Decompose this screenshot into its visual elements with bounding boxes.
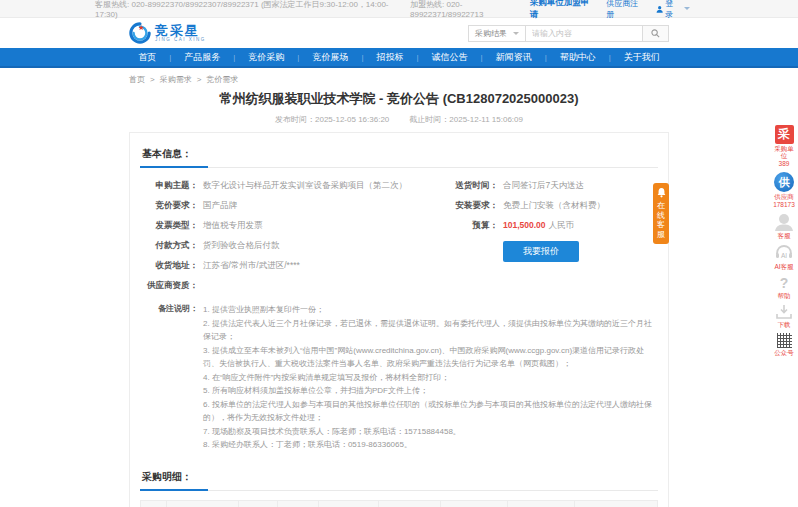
side-supplier-tile[interactable]: 供 供应商 178173: [772, 171, 796, 209]
remark-item: 8. 采购经办联系人：丁老师；联系电话：0519-86336065。: [203, 438, 658, 452]
detail-table: 序号 设备名称 数量/单位 预算单价 品牌 型号 规格参数 质保及售后服务 附件…: [140, 500, 658, 507]
basic-info-right-column: 送货时间： 合同签订后7天内送达 安装要求： 免费上门安装（含材料费） 预算： …: [440, 179, 658, 299]
search-category-select[interactable]: 采购结果: [468, 25, 525, 42]
quote-button[interactable]: 我要报价: [503, 241, 579, 262]
field-invoice-type: 发票类型： 增值税专用发票: [140, 219, 440, 231]
purchaser-label: 采购单位: [772, 145, 796, 159]
join-hotline: 加盟热线: 020-89922371/89922713: [410, 0, 530, 19]
deadline-time: 截止时间：2025-12-11 15:06:09: [409, 114, 523, 125]
logo-icon: [129, 22, 151, 44]
col-price: 预算单价: [277, 500, 318, 507]
notice-times: 发布时间：2025-12-05 16:36:20 截止时间：2025-12-11…: [129, 114, 669, 125]
field-value: 江苏省/常州市/武进区/****: [203, 259, 440, 271]
breadcrumb-home[interactable]: 首页: [129, 74, 145, 85]
breadcrumb-purchase-demand[interactable]: 采购需求: [160, 74, 192, 85]
field-label: 收货地址：: [140, 259, 198, 271]
col-spec: 规格参数: [440, 500, 507, 507]
question-icon: ?: [780, 275, 789, 291]
login-link[interactable]: 登录: [656, 0, 690, 20]
search-input[interactable]: [525, 25, 643, 42]
field-value: 国产品牌: [203, 199, 440, 211]
search-icon: [651, 29, 660, 38]
nav-news[interactable]: 新闻资讯: [483, 51, 545, 64]
field-value: [203, 279, 440, 291]
field-bid-requirement: 竞价要求： 国产品牌: [140, 199, 440, 211]
field-label: 发票类型：: [140, 219, 198, 231]
field-label: 付款方式：: [140, 239, 198, 251]
side-download-tile[interactable]: 下载: [772, 303, 796, 329]
online-service-tab[interactable]: 在线客服: [653, 183, 669, 244]
site-logo[interactable]: 竞采星 JING CAI XING: [129, 22, 206, 44]
breadcrumb-bidding-demand[interactable]: 竞价需求: [206, 74, 238, 85]
remark-item: 6. 投标单位的法定代理人如参与本项目的其他投标单位任职的（或投标单位为参与本项…: [203, 398, 658, 425]
col-name: 设备名称: [166, 500, 238, 507]
field-label: 安装要求：: [440, 199, 498, 211]
field-value: 合同签订后7天内送达: [503, 179, 658, 191]
customer-service-avatar-icon: [774, 213, 794, 231]
logo-bar: 竞采星 JING CAI XING 采购结果: [129, 18, 669, 48]
page-title: 常州纺织服装职业技术学院 - 竞价公告 (CB128072025000023): [129, 90, 669, 108]
download-icon: [775, 304, 793, 320]
budget-currency: 人民币: [549, 219, 575, 231]
ai-headset-icon: AI: [774, 244, 794, 262]
field-delivery-address: 收货地址： 江苏省/常州市/武进区/****: [140, 259, 440, 271]
remarks-block: 备注说明： 1. 提供营业执照副本复印件一份； 2. 提供法定代表人近三个月社保…: [140, 303, 658, 452]
field-value: 增值税专用发票: [203, 219, 440, 231]
breadcrumb-separator: >: [197, 75, 202, 84]
online-service-label: 在线客服: [656, 201, 666, 239]
nav-home[interactable]: 首页: [125, 51, 169, 64]
side-kefu-tile[interactable]: 客服: [772, 212, 796, 240]
field-label: 预算：: [440, 219, 498, 231]
kefu-label: 客服: [772, 232, 796, 239]
remark-item: 3. 提供成立至本年未被列入“信用中国”网站(www.creditchina.g…: [203, 344, 658, 371]
field-payment-method: 付款方式： 货到验收合格后付款: [140, 239, 440, 251]
col-attachment: 附件: [575, 500, 658, 507]
nav-help-center[interactable]: 帮助中心: [547, 51, 609, 64]
nav-bidding-hall[interactable]: 竞价展场: [299, 51, 361, 64]
nav-about[interactable]: 关于我们: [611, 51, 673, 64]
help-label: 帮助: [772, 292, 796, 299]
top-utility-bar: 客服热线: 020-89922370/89922307/89922371 (国家…: [0, 0, 798, 18]
supplier-count: 178173: [772, 201, 796, 208]
remark-item: 1. 提供营业执照副本复印件一份；: [203, 303, 658, 317]
nav-bidding-purchase[interactable]: 竞价采购: [235, 51, 297, 64]
field-budget: 预算： 101,500.00 人民币: [440, 219, 658, 231]
budget-amount: 101,500.00: [503, 219, 546, 231]
search-category-value: 采购结果: [475, 28, 507, 39]
bell-icon: [656, 187, 667, 198]
breadcrumb: 首页 > 采购需求 > 竞价需求: [129, 74, 669, 85]
remark-item: 7. 现场勘察及项目技术负责联系人：陈老师；联系电话：15715884458。: [203, 425, 658, 439]
chevron-down-icon: [684, 7, 690, 10]
remark-item: 4. 在“响应文件附件”内按采购清单规定填写及报价，将材料全部打印；: [203, 371, 658, 385]
side-help-tile[interactable]: ? 帮助: [772, 274, 796, 300]
supplier-label: 供应商: [772, 193, 796, 200]
side-widget-column: 采 采购单位 389 供 供应商 178173 客服 AI AI客服 ? 帮助 …: [772, 124, 796, 357]
side-ai-tile[interactable]: AI AI客服: [772, 243, 796, 271]
chevron-down-icon: [513, 32, 519, 35]
side-mp-tile[interactable]: 公众号: [772, 332, 796, 357]
main-content: 首页 > 采购需求 > 竞价需求 常州纺织服装职业技术学院 - 竞价公告 (CB…: [129, 74, 669, 507]
col-service: 质保及售后服务: [508, 500, 575, 507]
purchaser-join-link[interactable]: 采购单位加盟申请: [530, 0, 594, 21]
nav-integrity-notice[interactable]: 诚信公告: [419, 51, 481, 64]
svg-text:AI: AI: [781, 252, 787, 259]
field-value: 数字化设计与样品开发实训室设备采购项目（第二次）: [203, 179, 440, 191]
publish-time: 发布时间：2025-12-05 16:36:20: [275, 114, 389, 125]
nav-tender[interactable]: 招投标: [364, 51, 417, 64]
col-no: 序号: [141, 500, 167, 507]
nav-products[interactable]: 产品服务: [171, 51, 233, 64]
search-button[interactable]: [643, 25, 669, 42]
side-purchaser-tile[interactable]: 采 采购单位 389: [772, 124, 796, 168]
detail-tab: 采购明细：: [140, 470, 208, 491]
remarks-list: 1. 提供营业执照副本复印件一份； 2. 提供法定代表人近三个月社保记录，若已退…: [203, 303, 658, 452]
field-delivery-time: 送货时间： 合同签订后7天内送达: [440, 179, 658, 191]
field-install-requirement: 安装要求： 免费上门安装（含材料费）: [440, 199, 658, 211]
field-subject: 申购主题： 数字化设计与样品开发实训室设备采购项目（第二次）: [140, 179, 440, 191]
remarks-label: 备注说明：: [140, 303, 198, 452]
remark-item: 5. 所有响应材料须加盖投标单位公章，并扫描为PDF文件上传；: [203, 384, 658, 398]
table-header-row: 序号 设备名称 数量/单位 预算单价 品牌 型号 规格参数 质保及售后服务 附件: [141, 500, 658, 507]
notice-content-box: 基本信息： 申购主题： 数字化设计与样品开发实训室设备采购项目（第二次） 竞价要…: [129, 132, 669, 507]
supplier-register-link[interactable]: 供应商注册: [606, 0, 644, 20]
login-label: 登录: [665, 0, 680, 20]
basic-info-grid: 申购主题： 数字化设计与样品开发实训室设备采购项目（第二次） 竞价要求： 国产品…: [140, 179, 658, 299]
